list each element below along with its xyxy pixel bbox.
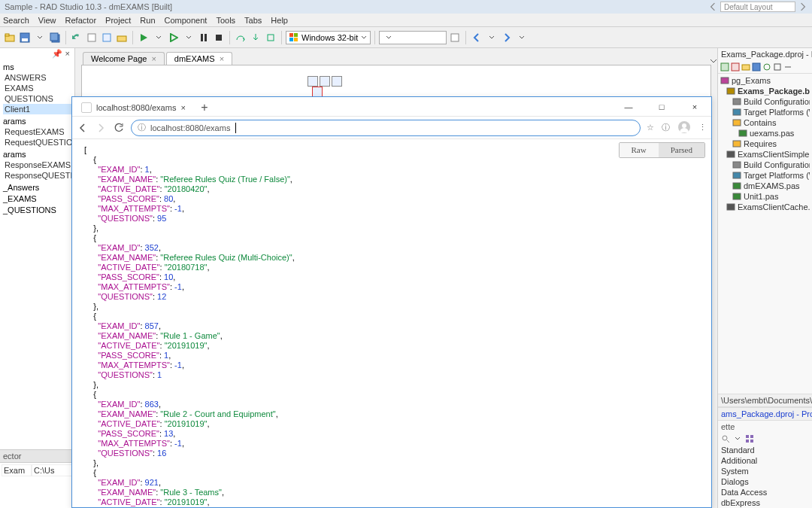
palette-chevron-down-icon[interactable] xyxy=(735,436,741,442)
structure-item[interactable]: ANSWERS xyxy=(3,72,71,83)
tab-welcome-close-icon[interactable]: × xyxy=(151,54,156,63)
layout-combo[interactable]: Default Layout xyxy=(720,2,795,12)
config-combo[interactable] xyxy=(379,31,447,44)
menu-project[interactable]: Project xyxy=(105,16,131,25)
structure-group[interactable]: _Answers xyxy=(3,183,71,192)
project-node[interactable]: Target Platforms (Win32) xyxy=(720,170,810,181)
project-node[interactable]: Contains xyxy=(720,117,810,128)
palette-grid-icon[interactable] xyxy=(745,434,754,443)
new-tab-button[interactable]: + xyxy=(196,99,213,116)
project-node[interactable]: pg_Exams xyxy=(720,75,810,86)
browser-tab-close-icon[interactable]: × xyxy=(180,103,185,112)
new-form-icon[interactable] xyxy=(100,31,114,44)
palette-search-icon[interactable] xyxy=(721,434,730,443)
structure-item[interactable]: Client1 xyxy=(3,104,71,114)
project-node[interactable]: Exams_Package.bpl xyxy=(720,86,810,96)
project-node[interactable]: Build Configurations (Debug xyxy=(720,160,810,170)
stop-icon[interactable] xyxy=(212,31,226,44)
prev-layout-icon[interactable] xyxy=(708,2,717,11)
palette-category[interactable]: Additional xyxy=(718,455,812,466)
window-minimize-button[interactable]: — xyxy=(615,99,642,115)
project-node[interactable]: Build Configurations (Debug xyxy=(720,96,810,107)
save-project-icon[interactable] xyxy=(752,62,761,71)
new-folder-icon[interactable] xyxy=(741,62,750,71)
open-icon[interactable] xyxy=(3,31,17,44)
back-icon[interactable] xyxy=(470,31,483,44)
project-node[interactable]: ExamsClientSimple.exe xyxy=(720,149,810,160)
site-info-icon[interactable]: ⓘ xyxy=(138,122,146,133)
profile-icon[interactable] xyxy=(677,120,691,135)
structure-group[interactable]: arams xyxy=(3,150,71,159)
nav-reload-icon[interactable] xyxy=(113,122,125,134)
structure-group[interactable]: ms xyxy=(3,62,71,71)
structure-group[interactable]: _QUESTIONS xyxy=(3,205,71,214)
nav-back-icon[interactable] xyxy=(77,122,89,134)
run-nodebug-dd-icon[interactable] xyxy=(182,31,195,44)
nav-forward-icon[interactable] xyxy=(95,122,107,134)
back-dd-icon[interactable] xyxy=(485,31,498,44)
tabs-chevron-down-icon[interactable] xyxy=(710,57,717,65)
structure-item[interactable]: RequestEXAMS xyxy=(3,126,71,137)
undo-icon[interactable] xyxy=(70,31,83,44)
structure-item[interactable]: EXAMS xyxy=(3,83,71,93)
deploy-icon[interactable] xyxy=(448,31,462,44)
new-items-icon[interactable] xyxy=(85,31,98,44)
project-node[interactable]: uexams.pas xyxy=(720,128,810,138)
structure-item[interactable]: RequestQUESTIONSFULL xyxy=(3,137,71,148)
structure-item[interactable]: ResponseEXAMS xyxy=(3,160,71,170)
save-icon[interactable] xyxy=(18,31,32,44)
structure-close-icon[interactable]: × xyxy=(65,49,70,58)
parsed-button[interactable]: Parsed xyxy=(659,143,704,157)
component-icon[interactable] xyxy=(308,76,318,87)
address-bar[interactable]: ⓘ localhost:8080/exams xyxy=(131,120,641,136)
tab-dmexams-close-icon[interactable]: × xyxy=(220,54,224,63)
saveall-icon[interactable] xyxy=(48,31,62,44)
structure-group[interactable]: _EXAMS xyxy=(3,194,71,203)
inspector-prop-value[interactable]: C:\Us xyxy=(32,464,73,476)
form-designer[interactable] xyxy=(81,65,711,98)
run-icon[interactable] xyxy=(137,31,150,44)
json-viewer[interactable]: [ { "EXAM_ID": 1, "EXAM_NAME": "Referee … xyxy=(72,139,711,507)
menu-help[interactable]: Help xyxy=(271,16,288,25)
step-over-icon[interactable] xyxy=(234,31,247,44)
menu-run[interactable]: Run xyxy=(140,16,155,25)
pin-icon[interactable]: 📌 xyxy=(52,49,62,59)
platform-combo[interactable]: Windows 32-bit xyxy=(286,31,371,44)
tab-dmexams[interactable]: dmEXAMS× xyxy=(166,52,232,65)
run-nodebug-icon[interactable] xyxy=(167,31,180,44)
menu-search[interactable]: Search xyxy=(3,16,29,25)
collapse-icon[interactable] xyxy=(783,62,792,71)
forward-dd-icon[interactable] xyxy=(515,31,529,44)
palette-category[interactable]: dbExpress xyxy=(718,497,812,508)
run-to-cursor-icon[interactable] xyxy=(264,31,277,44)
component-icon-selected[interactable] xyxy=(312,87,323,97)
step-into-icon[interactable] xyxy=(249,31,262,44)
star-icon[interactable]: ☆ xyxy=(647,123,654,132)
kebab-menu-icon[interactable]: ⋮ xyxy=(698,123,707,132)
project-node[interactable]: Target Platforms (Win32) xyxy=(720,107,810,117)
project-node[interactable]: ExamsClientCache.exe xyxy=(720,202,810,212)
browse-icon[interactable] xyxy=(115,31,129,44)
palette-category[interactable]: Data Access xyxy=(718,487,812,497)
page-info-icon[interactable]: ⓘ xyxy=(662,122,670,133)
pause-icon[interactable] xyxy=(197,31,211,44)
run-dd-icon[interactable] xyxy=(152,31,165,44)
browser-tab[interactable]: localhost:8080/exams × xyxy=(74,99,193,116)
menu-view[interactable]: View xyxy=(38,16,56,25)
project-node[interactable]: dmEXAMS.pas xyxy=(720,181,810,191)
tab-welcome[interactable]: Welcome Page× xyxy=(83,52,165,65)
component-icon[interactable] xyxy=(320,76,330,87)
raw-button[interactable]: Raw xyxy=(620,143,659,157)
project-node[interactable]: Unit1.pas xyxy=(720,191,810,202)
palette-category[interactable]: Standard xyxy=(718,445,812,455)
menu-refactor[interactable]: Refactor xyxy=(65,16,97,25)
window-close-button[interactable]: × xyxy=(681,99,708,115)
add-icon[interactable] xyxy=(720,62,729,71)
palette-category[interactable]: Dialogs xyxy=(718,476,812,487)
structure-group[interactable]: arams xyxy=(3,117,71,126)
forward-icon[interactable] xyxy=(500,31,514,44)
sync-icon[interactable] xyxy=(762,62,771,71)
palette-category[interactable]: System xyxy=(718,466,812,476)
window-maximize-button[interactable]: □ xyxy=(648,99,675,115)
component-icon[interactable] xyxy=(332,76,342,87)
